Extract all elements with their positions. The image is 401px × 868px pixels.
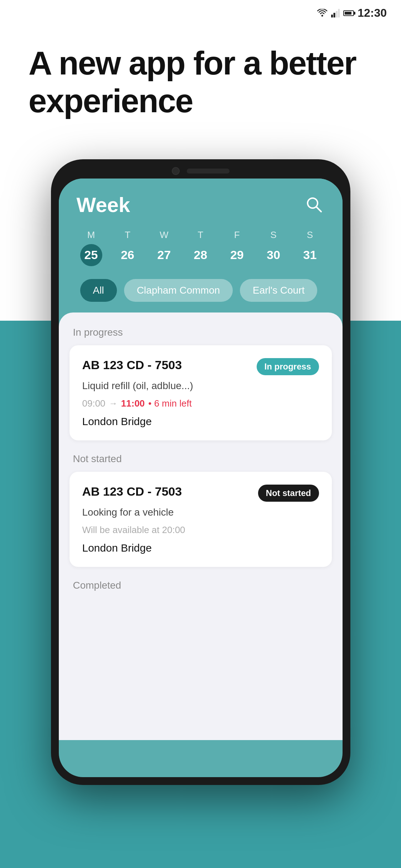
week-title: Week [77,193,130,217]
task-time-arrow-1: → [109,398,118,408]
day-letter-sat: S [270,229,276,241]
task-availability-2: Will be available at 20:00 [82,525,319,536]
phone-notch-area [59,167,343,179]
section-label-not-started: Not started [70,453,332,465]
svg-rect-2 [334,13,335,17]
svg-rect-1 [331,15,333,17]
task-description-2: Looking for a vehicle [82,507,319,518]
phone-speaker [187,169,230,174]
section-label-completed: Completed [70,580,332,591]
signal-icon [331,9,340,17]
phone-camera [172,167,180,175]
svg-line-6 [317,207,321,212]
day-num-sun: 31 [299,244,321,266]
svg-rect-4 [338,9,340,17]
day-letter-thu: T [198,229,204,241]
search-button[interactable] [303,194,325,215]
task-vehicle-1: AB 123 CD - 7503 [82,358,182,372]
task-time-end-1: 11:00 [121,398,145,409]
task-time-suffix-1: • 6 min left [148,398,192,409]
day-num-mon: 25 [80,244,102,266]
day-letter-fri: F [234,229,240,241]
task-location-1: London Bridge [82,415,319,428]
task-card-header-2: AB 123 CD - 7503 Not started [82,485,319,502]
filter-chips: All Clapham Common Earl's Court [77,279,325,302]
phone-frame: Week M 25 T 2 [51,159,350,785]
day-letter-tue: T [125,229,130,241]
day-num-thu: 28 [189,244,211,266]
task-time-start-1: 09:00 [82,398,106,409]
phone-wrapper: Week M 25 T 2 [0,159,401,785]
status-icons: 12:30 [317,6,387,20]
day-fri[interactable]: F 29 [226,229,248,266]
task-list-area: In progress AB 123 CD - 7503 In progress… [59,312,343,740]
hero-section: A new app for a better experience [0,23,401,149]
badge-not-started-2: Not started [258,485,319,502]
task-card-not-started[interactable]: AB 123 CD - 7503 Not started Looking for… [70,472,332,567]
phone-screen: Week M 25 T 2 [59,179,343,777]
task-card-header-1: AB 123 CD - 7503 In progress [82,358,319,375]
day-num-fri: 29 [226,244,248,266]
task-card-in-progress[interactable]: AB 123 CD - 7503 In progress Liquid refi… [70,345,332,440]
svg-rect-3 [336,11,338,17]
day-mon[interactable]: M 25 [80,229,102,266]
day-wed[interactable]: W 27 [153,229,175,266]
day-letter-mon: M [87,229,95,241]
svg-point-0 [322,15,323,16]
task-vehicle-2: AB 123 CD - 7503 [82,485,182,498]
filter-clapham[interactable]: Clapham Common [124,279,233,302]
app-header-top: Week [77,193,325,217]
section-label-in-progress: In progress [70,327,332,338]
day-letter-wed: W [160,229,169,241]
hero-title: A new app for a better experience [29,45,372,120]
day-num-wed: 27 [153,244,175,266]
app-header: Week M 25 T 2 [59,179,343,312]
day-sun[interactable]: S 31 [299,229,321,266]
badge-in-progress-1: In progress [257,358,319,375]
task-time-1: 09:00 → 11:00 • 6 min left [82,398,319,409]
day-thu[interactable]: T 28 [189,229,211,266]
day-letter-sun: S [307,229,313,241]
day-num-tue: 26 [117,244,139,266]
day-num-sat: 30 [262,244,284,266]
wifi-icon [317,9,328,17]
task-location-2: London Bridge [82,542,319,554]
filter-all[interactable]: All [80,279,117,302]
battery-icon [343,10,354,16]
status-time: 12:30 [358,6,387,20]
calendar-week: M 25 T 26 W 27 T 28 [77,229,325,266]
day-tue[interactable]: T 26 [117,229,139,266]
day-sat[interactable]: S 30 [262,229,284,266]
task-description-1: Liquid refill (oil, adblue...) [82,380,319,392]
filter-earls-court[interactable]: Earl's Court [240,279,317,302]
search-icon [305,195,323,214]
status-bar: 12:30 [0,0,401,23]
